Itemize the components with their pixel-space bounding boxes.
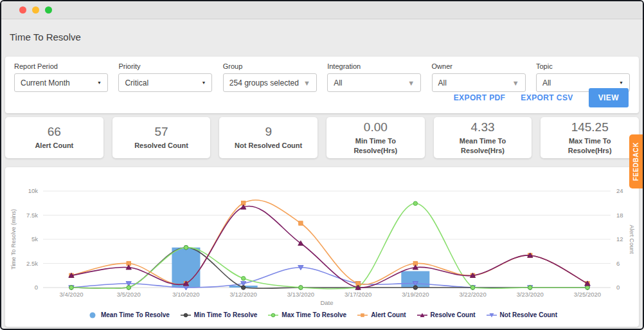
actions-row: EXPORT PDF EXPORT CSV VIEW (454, 88, 629, 107)
stat-value: 4.33 (471, 120, 495, 134)
x-tick-label: 3/23/2020 (517, 291, 544, 298)
x-axis-title: Date (320, 299, 333, 306)
filter-label: Group (223, 62, 317, 70)
right-axis-tick: 24 (616, 187, 623, 194)
dropdown-arrow-icon: ▼ (512, 79, 519, 87)
stat-value: 57 (154, 125, 168, 139)
stat-value: 0.00 (364, 120, 388, 134)
legend-item[interactable]: Max Time To Resolve (267, 311, 346, 318)
filter-selected-value: Critical (125, 78, 148, 87)
legend-marker-icon (357, 312, 368, 318)
left-axis-tick: 10k (28, 187, 39, 194)
legend-item[interactable]: Min Time To Resolve (180, 311, 258, 318)
right-axis-tick: 18 (616, 212, 623, 219)
filter-group: Report Period Current Month ▼ (14, 62, 108, 92)
titlebar (1, 1, 643, 19)
legend-label: Min Time To Resolve (194, 311, 258, 318)
stat-card: 145.25 Max Time To Resolve(Hrs) (541, 117, 639, 158)
legend-marker-icon (416, 312, 428, 318)
filter-select[interactable]: Current Month ▼ (14, 73, 108, 92)
feedback-tab-label: FEEDBACK (632, 142, 640, 181)
data-point-marker (586, 286, 589, 289)
stat-value: 9 (265, 125, 272, 139)
left-axis-tick: 0 (35, 284, 38, 291)
filter-label: Priority (118, 62, 212, 70)
data-point-marker (299, 286, 303, 289)
stat-value: 145.25 (571, 120, 609, 134)
filter-select[interactable]: 254 groups selected ▼ (223, 73, 317, 92)
filter-group: Integration All ▼ (327, 62, 421, 92)
series-line (71, 268, 587, 288)
legend-label: Resolve Count (431, 311, 476, 318)
filter-select[interactable]: All ▼ (327, 73, 421, 92)
legend-label: Alert Count (371, 311, 406, 318)
x-tick-label: 3/17/2020 (344, 291, 371, 298)
legend-item[interactable]: Not Resolve Count (486, 311, 557, 318)
export-pdf-button[interactable]: EXPORT PDF (454, 93, 506, 102)
x-tick-label: 3/10/2020 (172, 291, 199, 298)
filter-selected-value: All (438, 78, 447, 87)
legend-item[interactable]: Alert Count (357, 311, 406, 318)
chart-legend: Mean Time To ResolveMin Time To ResolveM… (5, 311, 639, 318)
filter-selected-value: Current Month (21, 78, 70, 87)
legend-label: Max Time To Resolve (282, 311, 346, 318)
filter-label: Owner (432, 62, 526, 70)
legend-item[interactable]: Mean Time To Resolve (87, 311, 170, 318)
x-tick-label: 3/19/2020 (402, 291, 429, 298)
data-point-marker (413, 201, 417, 205)
series-line (71, 203, 587, 289)
x-tick-label: 3/22/2020 (459, 291, 486, 298)
data-point-marker (127, 286, 130, 289)
legend-label: Mean Time To Resolve (101, 311, 170, 318)
filter-group: Priority Critical ▼ (118, 62, 212, 92)
stat-label: Alert Count (16, 141, 92, 150)
right-axis-tick: 0 (616, 284, 620, 291)
stat-card: 0.00 Min Time To Resolve(Hrs) (326, 117, 425, 158)
filter-selected-value: All (334, 78, 342, 87)
data-point-marker (299, 221, 303, 225)
x-tick-label: 3/5/2020 (117, 291, 141, 298)
x-tick-label: 3/25/2020 (574, 291, 601, 298)
app-window: Time To Resolve Report Period Current Mo… (0, 0, 644, 330)
right-axis-title: Alert Count (629, 225, 635, 254)
view-button[interactable]: VIEW (589, 88, 629, 107)
x-tick-label: 3/13/2020 (287, 291, 314, 298)
export-csv-button[interactable]: EXPORT CSV (521, 93, 573, 102)
filter-label: Report Period (14, 62, 108, 70)
data-point-marker (413, 286, 417, 289)
stat-card: 4.33 Mean Time To Resolve(Hrs) (434, 117, 532, 158)
filter-select[interactable]: Critical ▼ (118, 73, 212, 92)
data-point-marker (69, 286, 73, 289)
left-axis-title: Time To Resolve (mins) (10, 209, 17, 270)
legend-marker-icon (267, 312, 279, 318)
stat-label: Not Resolved Count (231, 141, 307, 150)
legend-item[interactable]: Resolve Count (416, 311, 476, 318)
filter-label: Topic (536, 62, 630, 70)
feedback-tab[interactable]: FEEDBACK (629, 134, 643, 188)
stats-row: 66 Alert Count 57 Resolved Count 9 Not R… (5, 117, 639, 158)
close-button[interactable] (19, 6, 26, 14)
data-point-marker (241, 277, 245, 280)
right-axis-tick: 12 (616, 235, 623, 243)
data-point-marker (470, 286, 474, 289)
x-tick-label: 3/4/2020 (60, 291, 84, 298)
stat-label: Resolved Count (123, 141, 199, 150)
filter-label: Integration (327, 62, 421, 70)
stat-card: 9 Not Resolved Count (219, 117, 318, 158)
legend-marker-icon (486, 312, 497, 318)
minimize-button[interactable] (32, 6, 39, 14)
legend-marker-icon (180, 312, 192, 318)
dropdown-arrow-icon: ▼ (619, 80, 623, 85)
chart-card: 02.5k5k7.5k10k06121824Time To Resolve (m… (5, 167, 639, 327)
data-point-marker (241, 286, 245, 289)
legend-marker-icon (87, 312, 98, 318)
stat-card: 66 Alert Count (5, 117, 103, 158)
maximize-button[interactable] (45, 6, 52, 14)
left-axis-tick: 7.5k (26, 212, 38, 219)
filter-selected-value: 254 groups selected (229, 78, 299, 87)
stat-card: 57 Resolved Count (112, 117, 211, 158)
legend-label: Not Resolve Count (500, 311, 557, 318)
series-line (71, 200, 587, 284)
series-line (71, 206, 587, 288)
data-point-marker (528, 286, 532, 289)
